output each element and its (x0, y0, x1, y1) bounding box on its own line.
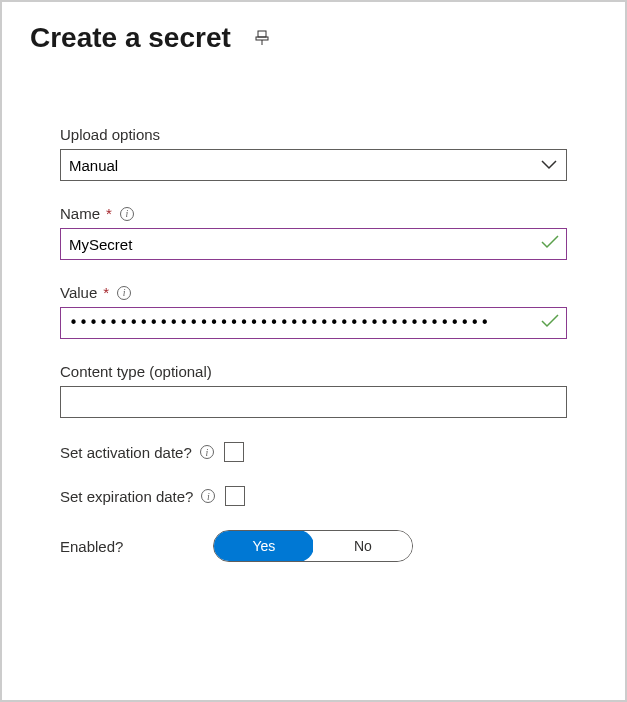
expiration-date-checkbox[interactable] (225, 486, 245, 506)
page-header: Create a secret (30, 22, 597, 54)
name-label: Name (60, 205, 100, 222)
content-type-group: Content type (optional) (60, 363, 567, 418)
activation-date-checkbox[interactable] (224, 442, 244, 462)
info-icon[interactable]: i (117, 286, 131, 300)
upload-options-select[interactable] (60, 149, 567, 181)
enabled-label: Enabled? (60, 538, 123, 555)
pin-icon[interactable] (255, 30, 271, 46)
svg-rect-0 (258, 31, 266, 37)
content-type-label: Content type (optional) (60, 363, 212, 380)
value-input[interactable] (60, 307, 567, 339)
info-icon[interactable]: i (200, 445, 214, 459)
upload-options-group: Upload options (60, 126, 567, 181)
page-title: Create a secret (30, 22, 231, 54)
value-label: Value (60, 284, 97, 301)
activation-date-label: Set activation date? (60, 444, 192, 461)
value-group: Value * i (60, 284, 567, 339)
name-group: Name * i (60, 205, 567, 260)
expiration-date-row: Set expiration date? i (60, 486, 567, 506)
required-indicator: * (103, 284, 109, 301)
svg-rect-1 (256, 37, 268, 40)
expiration-date-label: Set expiration date? (60, 488, 193, 505)
enabled-yes-button[interactable]: Yes (213, 530, 314, 562)
create-secret-form: Upload options Name * i (30, 126, 597, 562)
content-type-input[interactable] (60, 386, 567, 418)
enabled-toggle: Yes No (213, 530, 413, 562)
activation-date-row: Set activation date? i (60, 442, 567, 462)
info-icon[interactable]: i (120, 207, 134, 221)
enabled-no-button[interactable]: No (313, 531, 412, 561)
upload-options-label: Upload options (60, 126, 160, 143)
enabled-row: Enabled? Yes No (60, 530, 567, 562)
info-icon[interactable]: i (201, 489, 215, 503)
required-indicator: * (106, 205, 112, 222)
name-input[interactable] (60, 228, 567, 260)
